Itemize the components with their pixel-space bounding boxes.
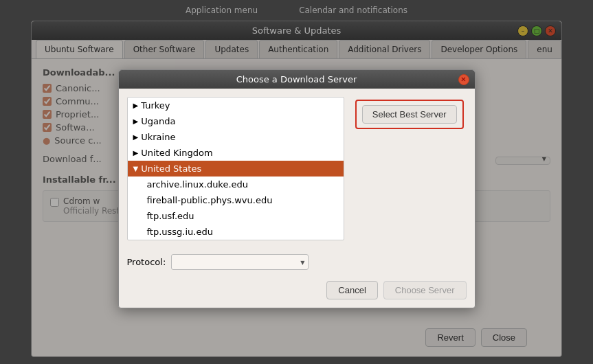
- list-item-fireball-wvu[interactable]: fireball-public.phys.wvu.edu: [128, 192, 344, 208]
- protocol-row: Protocol: http ftp: [119, 249, 475, 275]
- protocol-select[interactable]: http ftp: [171, 254, 309, 270]
- dialog-close-button[interactable]: ✕: [458, 74, 469, 85]
- protocol-label: Protocol:: [127, 257, 166, 267]
- choose-server-dialog: Choose a Download Server ✕ ▶ Turkey ▶ Ug…: [118, 69, 475, 308]
- list-item-turkey[interactable]: ▶ Turkey: [128, 98, 344, 113]
- select-best-highlight: Select Best Server: [355, 100, 464, 129]
- cancel-button[interactable]: Cancel: [326, 281, 377, 299]
- arrow-icon-turkey: ▶: [133, 102, 139, 109]
- dialog-title-bar: Choose a Download Server ✕: [119, 70, 475, 89]
- list-item-united-states[interactable]: ▼ United States: [128, 161, 344, 177]
- topbar-right-text: Calendar and notifications: [299, 5, 407, 15]
- arrow-icon-us: ▼: [133, 165, 139, 172]
- list-item-ftp-ussg[interactable]: ftp.ussg.iu.edu: [128, 224, 344, 240]
- list-item-archive-duke[interactable]: archive.linux.duke.edu: [128, 177, 344, 192]
- dialog-body: ▶ Turkey ▶ Uganda ▶ Ukraine ▶ United Kin…: [119, 89, 475, 249]
- arrow-icon-uganda: ▶: [133, 117, 139, 125]
- list-item-uganda[interactable]: ▶ Uganda: [128, 113, 344, 129]
- list-item-ukraine[interactable]: ▶ Ukraine: [128, 129, 344, 145]
- topbar-left-text: Application menu: [186, 5, 258, 15]
- select-best-panel: Select Best Server: [353, 97, 467, 240]
- server-list[interactable]: ▶ Turkey ▶ Uganda ▶ Ukraine ▶ United Kin…: [127, 97, 344, 240]
- arrow-icon-ukraine: ▶: [133, 133, 139, 141]
- list-item-ftp-usf[interactable]: ftp.usf.edu: [128, 208, 344, 224]
- list-item-united-kingdom[interactable]: ▶ United Kingdom: [128, 145, 344, 161]
- dialog-title: Choose a Download Server: [236, 74, 357, 84]
- protocol-select-wrap[interactable]: http ftp: [171, 254, 309, 270]
- choose-server-button: Choose Server: [383, 281, 467, 299]
- arrow-icon-uk: ▶: [133, 149, 139, 157]
- dialog-buttons: Cancel Choose Server: [119, 275, 475, 308]
- select-best-server-button[interactable]: Select Best Server: [362, 105, 457, 124]
- dialog-overlay: Choose a Download Server ✕ ▶ Turkey ▶ Ug…: [31, 21, 562, 357]
